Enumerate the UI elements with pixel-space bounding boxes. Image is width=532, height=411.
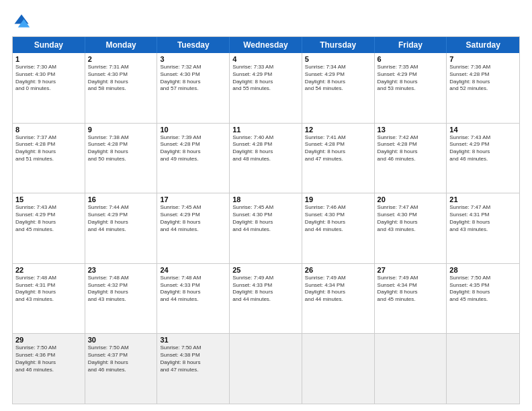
cell-text: Sunrise: 7:30 AMSunset: 4:30 PMDaylight:… xyxy=(15,64,82,93)
day-number: 10 xyxy=(160,126,226,134)
header-day: Monday xyxy=(85,37,158,53)
cell-text: Sunrise: 7:34 AMSunset: 4:29 PMDaylight:… xyxy=(305,64,371,93)
cell-text: Sunrise: 7:41 AMSunset: 4:28 PMDaylight:… xyxy=(305,134,371,163)
cell-text: Sunrise: 7:49 AMSunset: 4:34 PMDaylight:… xyxy=(305,275,371,304)
cell-text: Sunrise: 7:47 AMSunset: 4:31 PMDaylight:… xyxy=(449,204,517,233)
day-number: 4 xyxy=(232,55,299,63)
cell-text: Sunrise: 7:49 AMSunset: 4:34 PMDaylight:… xyxy=(378,275,444,304)
cell-text: Sunrise: 7:43 AMSunset: 4:29 PMDaylight:… xyxy=(449,134,517,163)
calendar-cell: 19Sunrise: 7:46 AMSunset: 4:30 PMDayligh… xyxy=(302,193,375,263)
calendar-body: 1Sunrise: 7:30 AMSunset: 4:30 PMDaylight… xyxy=(13,53,519,404)
cell-text: Sunrise: 7:46 AMSunset: 4:30 PMDaylight:… xyxy=(305,204,371,233)
calendar-cell: 21Sunrise: 7:47 AMSunset: 4:31 PMDayligh… xyxy=(447,193,519,263)
cell-text: Sunrise: 7:50 AMSunset: 4:37 PMDaylight:… xyxy=(88,345,154,373)
header-day: Thursday xyxy=(302,37,375,53)
calendar-cell: 4Sunrise: 7:33 AMSunset: 4:29 PMDaylight… xyxy=(230,53,302,123)
day-number: 27 xyxy=(378,266,444,274)
day-number: 29 xyxy=(15,336,82,344)
calendar-cell: 18Sunrise: 7:45 AMSunset: 4:30 PMDayligh… xyxy=(230,193,302,263)
header xyxy=(12,12,520,31)
day-number: 25 xyxy=(232,266,299,274)
day-number: 26 xyxy=(305,266,371,274)
day-number: 11 xyxy=(232,126,299,134)
calendar-cell: 26Sunrise: 7:49 AMSunset: 4:34 PMDayligh… xyxy=(302,264,375,334)
cell-text: Sunrise: 7:48 AMSunset: 4:31 PMDaylight:… xyxy=(15,275,82,304)
calendar-cell: 31Sunrise: 7:50 AMSunset: 4:38 PMDayligh… xyxy=(157,334,230,404)
cell-text: Sunrise: 7:45 AMSunset: 4:30 PMDaylight:… xyxy=(232,204,299,233)
day-number: 19 xyxy=(305,195,371,203)
calendar-row: 8Sunrise: 7:37 AMSunset: 4:28 PMDaylight… xyxy=(13,123,519,193)
cell-text: Sunrise: 7:48 AMSunset: 4:32 PMDaylight:… xyxy=(88,275,154,304)
calendar-cell: 22Sunrise: 7:48 AMSunset: 4:31 PMDayligh… xyxy=(13,264,85,334)
cell-text: Sunrise: 7:50 AMSunset: 4:35 PMDaylight:… xyxy=(449,275,517,304)
cell-text: Sunrise: 7:38 AMSunset: 4:28 PMDaylight:… xyxy=(88,134,154,163)
calendar-cell xyxy=(302,334,375,404)
day-number: 24 xyxy=(160,266,226,274)
cell-text: Sunrise: 7:32 AMSunset: 4:30 PMDaylight:… xyxy=(160,64,226,93)
calendar-row: 15Sunrise: 7:43 AMSunset: 4:29 PMDayligh… xyxy=(13,193,519,263)
calendar-cell: 10Sunrise: 7:39 AMSunset: 4:28 PMDayligh… xyxy=(157,124,230,193)
cell-text: Sunrise: 7:50 AMSunset: 4:36 PMDaylight:… xyxy=(15,345,82,373)
logo xyxy=(12,12,34,31)
calendar-cell: 14Sunrise: 7:43 AMSunset: 4:29 PMDayligh… xyxy=(447,124,519,193)
calendar-cell: 7Sunrise: 7:36 AMSunset: 4:28 PMDaylight… xyxy=(447,53,519,123)
day-number: 23 xyxy=(88,266,154,274)
header-day: Tuesday xyxy=(157,37,230,53)
cell-text: Sunrise: 7:48 AMSunset: 4:33 PMDaylight:… xyxy=(160,275,226,304)
day-number: 15 xyxy=(15,195,82,203)
calendar-cell xyxy=(447,334,519,404)
logo-icon xyxy=(12,12,31,31)
cell-text: Sunrise: 7:37 AMSunset: 4:28 PMDaylight:… xyxy=(15,134,82,163)
day-number: 13 xyxy=(378,126,444,134)
day-number: 16 xyxy=(88,195,154,203)
header-day: Saturday xyxy=(447,37,519,53)
day-number: 5 xyxy=(305,55,371,63)
day-number: 6 xyxy=(378,55,444,63)
calendar-cell: 24Sunrise: 7:48 AMSunset: 4:33 PMDayligh… xyxy=(157,264,230,334)
day-number: 7 xyxy=(449,55,517,63)
cell-text: Sunrise: 7:43 AMSunset: 4:29 PMDaylight:… xyxy=(15,204,82,233)
cell-text: Sunrise: 7:42 AMSunset: 4:28 PMDaylight:… xyxy=(378,134,444,163)
cell-text: Sunrise: 7:33 AMSunset: 4:29 PMDaylight:… xyxy=(232,64,299,93)
day-number: 18 xyxy=(232,195,299,203)
day-number: 20 xyxy=(378,195,444,203)
day-number: 30 xyxy=(88,336,154,344)
calendar-cell: 6Sunrise: 7:35 AMSunset: 4:29 PMDaylight… xyxy=(375,53,447,123)
day-number: 17 xyxy=(160,195,226,203)
calendar-cell: 17Sunrise: 7:45 AMSunset: 4:29 PMDayligh… xyxy=(157,193,230,263)
day-number: 9 xyxy=(88,126,154,134)
day-number: 21 xyxy=(449,195,517,203)
calendar-cell: 5Sunrise: 7:34 AMSunset: 4:29 PMDaylight… xyxy=(302,53,375,123)
calendar-cell: 1Sunrise: 7:30 AMSunset: 4:30 PMDaylight… xyxy=(13,53,85,123)
day-number: 22 xyxy=(15,266,82,274)
header-day: Wednesday xyxy=(230,37,302,53)
day-number: 14 xyxy=(449,126,517,134)
cell-text: Sunrise: 7:44 AMSunset: 4:29 PMDaylight:… xyxy=(88,204,154,233)
calendar-cell: 11Sunrise: 7:40 AMSunset: 4:28 PMDayligh… xyxy=(230,124,302,193)
cell-text: Sunrise: 7:50 AMSunset: 4:38 PMDaylight:… xyxy=(160,345,226,373)
calendar-cell: 9Sunrise: 7:38 AMSunset: 4:28 PMDaylight… xyxy=(85,124,158,193)
header-day: Friday xyxy=(375,37,447,53)
calendar-cell: 2Sunrise: 7:31 AMSunset: 4:30 PMDaylight… xyxy=(85,53,158,123)
calendar-row: 1Sunrise: 7:30 AMSunset: 4:30 PMDaylight… xyxy=(13,53,519,123)
calendar-header: SundayMondayTuesdayWednesdayThursdayFrid… xyxy=(13,37,519,53)
calendar-cell: 29Sunrise: 7:50 AMSunset: 4:36 PMDayligh… xyxy=(13,334,85,404)
cell-text: Sunrise: 7:45 AMSunset: 4:29 PMDaylight:… xyxy=(160,204,226,233)
calendar-cell: 30Sunrise: 7:50 AMSunset: 4:37 PMDayligh… xyxy=(85,334,158,404)
calendar-cell: 12Sunrise: 7:41 AMSunset: 4:28 PMDayligh… xyxy=(302,124,375,193)
calendar-cell: 20Sunrise: 7:47 AMSunset: 4:30 PMDayligh… xyxy=(375,193,447,263)
calendar-cell: 3Sunrise: 7:32 AMSunset: 4:30 PMDaylight… xyxy=(157,53,230,123)
day-number: 1 xyxy=(15,55,82,63)
calendar-cell: 16Sunrise: 7:44 AMSunset: 4:29 PMDayligh… xyxy=(85,193,158,263)
header-day: Sunday xyxy=(13,37,85,53)
calendar-cell: 27Sunrise: 7:49 AMSunset: 4:34 PMDayligh… xyxy=(375,264,447,334)
day-number: 2 xyxy=(88,55,154,63)
calendar-cell: 23Sunrise: 7:48 AMSunset: 4:32 PMDayligh… xyxy=(85,264,158,334)
cell-text: Sunrise: 7:49 AMSunset: 4:33 PMDaylight:… xyxy=(232,275,299,304)
calendar-cell: 28Sunrise: 7:50 AMSunset: 4:35 PMDayligh… xyxy=(447,264,519,334)
calendar-cell: 15Sunrise: 7:43 AMSunset: 4:29 PMDayligh… xyxy=(13,193,85,263)
page: SundayMondayTuesdayWednesdayThursdayFrid… xyxy=(0,0,532,411)
calendar-row: 29Sunrise: 7:50 AMSunset: 4:36 PMDayligh… xyxy=(13,333,519,404)
day-number: 28 xyxy=(449,266,517,274)
calendar-cell: 8Sunrise: 7:37 AMSunset: 4:28 PMDaylight… xyxy=(13,124,85,193)
